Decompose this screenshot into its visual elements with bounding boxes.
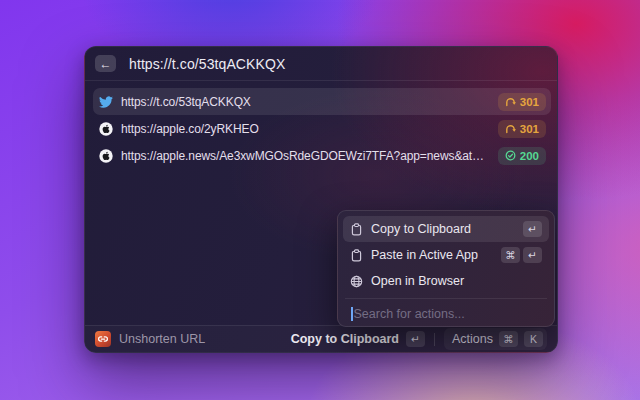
command-keycap: ⌘ [499, 331, 518, 347]
k-keycap: K [524, 331, 543, 347]
status-badge: 301 [498, 93, 546, 111]
status-badge: 200 [498, 147, 546, 165]
search-placeholder: Search for actions... [354, 307, 465, 321]
actions-menu: Copy to Clipboard ↵ Paste in Active App … [337, 210, 555, 327]
search-bar: ← https://t.co/53tqACKKQX [85, 47, 557, 81]
action-label: Copy to Clipboard [371, 222, 515, 236]
globe-icon [350, 275, 363, 288]
return-keycap: ↵ [523, 247, 542, 263]
status-badge: 301 [498, 120, 546, 138]
result-url: https://apple.co/2yRKHEO [121, 122, 490, 136]
check-circle-icon [505, 150, 516, 161]
result-url: https://apple.news/Ae3xwMGOsRdeGDOEWzi7T… [121, 149, 490, 163]
command-keycap: ⌘ [501, 247, 520, 263]
clipboard-icon [350, 249, 363, 262]
primary-action-button[interactable]: Copy to Clipboard ↵ [291, 331, 425, 347]
link-icon [98, 334, 108, 344]
action-paste-in-active-app[interactable]: Paste in Active App ⌘ ↵ [343, 242, 549, 268]
back-arrow-icon: ← [100, 58, 112, 70]
return-keycap: ↵ [406, 331, 425, 347]
extension-name-label: Unshorten URL [119, 332, 205, 346]
unshorten-url-extension-icon [95, 331, 111, 347]
apple-icon [99, 122, 113, 136]
url-result-row[interactable]: https://apple.co/2yRKHEO 301 [93, 115, 551, 142]
twitter-icon [99, 95, 113, 109]
clipboard-icon [350, 223, 363, 236]
redirect-arrow-icon [505, 96, 516, 107]
url-result-row[interactable]: https://t.co/53tqACKKQX 301 [93, 88, 551, 115]
action-label: Paste in Active App [371, 248, 493, 262]
actions-button[interactable]: Actions ⌘ K [444, 328, 547, 350]
footer-bar: Unshorten URL Copy to Clipboard ↵ Action… [85, 325, 557, 352]
launcher-window: ← https://t.co/53tqACKKQX https://t.co/5… [84, 46, 558, 353]
apple-icon [99, 149, 113, 163]
action-open-in-browser[interactable]: Open in Browser [343, 268, 549, 294]
redirect-arrow-icon [505, 123, 516, 134]
text-caret [351, 307, 353, 321]
desktop-background: ← https://t.co/53tqACKKQX https://t.co/5… [0, 0, 640, 400]
result-url: https://t.co/53tqACKKQX [121, 95, 490, 109]
url-result-row[interactable]: https://apple.news/Ae3xwMGOsRdeGDOEWzi7T… [93, 142, 551, 169]
footer-divider [434, 333, 435, 346]
return-keycap: ↵ [523, 221, 542, 237]
action-label: Open in Browser [371, 274, 542, 288]
search-query-input[interactable]: https://t.co/53tqACKKQX [129, 56, 285, 72]
back-button[interactable]: ← [95, 55, 116, 72]
actions-search-input[interactable]: Search for actions... [343, 299, 549, 328]
action-copy-to-clipboard[interactable]: Copy to Clipboard ↵ [343, 216, 549, 242]
redirect-chain-list: https://t.co/53tqACKKQX 301 https://appl… [93, 88, 551, 169]
